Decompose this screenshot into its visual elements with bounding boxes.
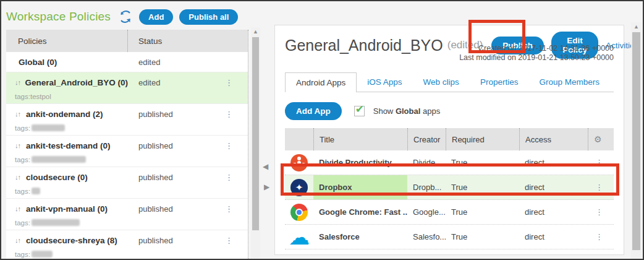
- sort-arrows-icon: ↓↑: [15, 205, 26, 212]
- creator-column-header[interactable]: Creator: [407, 128, 446, 150]
- scrollbar-thumb[interactable]: [632, 32, 640, 250]
- policy-status: edited: [138, 58, 160, 67]
- policy-tags: tags:: [6, 186, 248, 196]
- row-menu-icon[interactable]: ⋮: [588, 175, 614, 199]
- workspace-policies-panel: Workspace Policies Add Publish all Polic…: [6, 6, 248, 260]
- app-required: True: [446, 200, 519, 224]
- dropbox-app-icon: ✦: [290, 179, 308, 196]
- divide-app-icon: [290, 154, 308, 171]
- tab-group-members[interactable]: Group Members: [528, 73, 610, 92]
- tab-properties[interactable]: Properties: [470, 73, 529, 92]
- redacted-tag: [32, 219, 80, 226]
- row-menu-icon[interactable]: ⋮: [225, 79, 233, 87]
- scrollbar-thumb[interactable]: [252, 37, 259, 230]
- checkmark-icon: ✔: [355, 103, 364, 116]
- row-menu-icon[interactable]: ⋮: [225, 173, 233, 181]
- policy-tags: tags:testpol: [6, 92, 248, 101]
- left-panel-scrollbar[interactable]: ▲: [251, 27, 260, 260]
- row-menu-icon[interactable]: ⋮: [588, 150, 614, 175]
- tab-android-apps[interactable]: Android Apps: [285, 72, 357, 92]
- policy-row-ankit-test-demand[interactable]: ↓↑ankit-test-demand (0) published⋮ tags:: [6, 136, 248, 167]
- row-menu-icon[interactable]: ⋮: [225, 110, 233, 118]
- policy-detail-card: General_Android_BYO (edited) Publish Edi…: [274, 25, 624, 255]
- policy-name: cloudsecure-shreya (8): [26, 236, 117, 245]
- status-column-header[interactable]: Status: [128, 37, 248, 46]
- app-access: direct: [519, 150, 588, 175]
- app-required: True: [446, 150, 519, 175]
- app-required: True: [446, 225, 519, 249]
- policy-detail-title: General_Android_BYO: [285, 37, 443, 54]
- row-menu-icon[interactable]: ⋮: [225, 205, 233, 213]
- policy-tags: tags:: [6, 249, 248, 259]
- policy-row-cloudsecure[interactable]: ↓↑cloudsecure (0) published⋮ tags:: [6, 167, 248, 199]
- sort-arrows-icon: ↓↑: [15, 110, 26, 118]
- app-required: True: [446, 175, 519, 199]
- detail-tabs: Android Apps iOS Apps Web clips Properti…: [285, 72, 614, 92]
- left-panel-header: Workspace Policies Add Publish all: [6, 6, 248, 27]
- policy-name: cloudsecure (0): [26, 173, 88, 182]
- policy-name: ankit-ondemand (2): [26, 110, 103, 119]
- chrome-app-icon: [290, 204, 308, 221]
- app-access: direct: [519, 225, 588, 249]
- apps-toolbar: Add App ✔ Show Global apps: [285, 102, 614, 120]
- policies-column-header[interactable]: Policies: [6, 30, 128, 52]
- sort-arrows-icon: ↓↑: [15, 236, 26, 244]
- app-title: Divide Productivity: [313, 150, 407, 175]
- show-global-apps-label: Show Global apps: [373, 106, 440, 116]
- app-creator: Dropb...: [407, 175, 446, 199]
- right-panel-scrollbar[interactable]: ▲: [631, 22, 642, 260]
- row-menu-icon[interactable]: ⋮: [225, 142, 233, 150]
- policy-row-ankit-vpn-manual[interactable]: ↓↑ankit-vpn-manual (0) published⋮ tags:: [6, 199, 248, 230]
- title-column-header[interactable]: Title: [313, 128, 407, 150]
- created-timestamp: Created on 2017-11-02 14:31:36 +0000: [459, 44, 614, 53]
- app-row-divide-productivity[interactable]: Divide Productivity Divide True direct ⋮: [285, 150, 614, 175]
- app-row-google-chrome[interactable]: Google Chrome: Fast ... Google... True d…: [285, 200, 614, 225]
- add-button[interactable]: Add: [139, 9, 173, 25]
- policy-name: General_Android_BYO (0): [25, 78, 128, 87]
- redacted-tag: [32, 251, 53, 258]
- required-column-header[interactable]: Required: [446, 128, 519, 150]
- refresh-icon[interactable]: [118, 9, 133, 24]
- policy-meta: Created on 2017-11-02 14:31:36 +0000 Las…: [459, 44, 614, 63]
- apps-table-header: Title Creator Required Access ⚙: [285, 128, 614, 150]
- row-menu-icon[interactable]: ⋮: [588, 225, 614, 249]
- policy-status: published: [138, 110, 173, 119]
- policy-status: edited: [138, 78, 160, 87]
- apps-table: Title Creator Required Access ⚙ Divide P…: [285, 128, 614, 249]
- policy-row-global[interactable]: Global (0) edited: [6, 52, 248, 72]
- policy-name: ankit-vpn-manual (0): [26, 204, 108, 214]
- app-access: direct: [519, 200, 588, 224]
- sort-arrows-icon: ↓↑: [15, 79, 25, 86]
- collapse-right-icon[interactable]: ▶: [264, 183, 269, 191]
- scroll-up-icon[interactable]: ▲: [251, 27, 260, 36]
- row-menu-icon[interactable]: ⋮: [588, 200, 614, 224]
- policy-row-general-android-byo[interactable]: ↓↑General_Android_BYO (0) edited⋮ tags:t…: [6, 72, 248, 104]
- policy-status: published: [138, 141, 173, 150]
- app-access: direct: [519, 175, 588, 199]
- policy-row-cloudsecure-shreya[interactable]: ↓↑cloudsecure-shreya (8) published⋮ tags…: [6, 230, 248, 260]
- policy-row-ankit-ondemand[interactable]: ↓↑ankit-ondemand (2) published⋮ tags:: [6, 104, 248, 136]
- row-menu-icon[interactable]: ⋮: [225, 236, 233, 245]
- app-title: Google Chrome: Fast ...: [313, 200, 407, 224]
- app-row-salesforce[interactable]: ☁ Salesforce Salesfo... True direct ⋮: [285, 225, 614, 249]
- policies-table: Policies Status Global (0) edited ↓↑Gene…: [6, 30, 248, 260]
- policy-tags: tags:: [6, 123, 248, 132]
- redacted-tag: [32, 156, 86, 163]
- add-app-button[interactable]: Add App: [285, 102, 342, 120]
- access-column-header[interactable]: Access: [519, 128, 588, 150]
- app-row-dropbox[interactable]: ✦ Dropbox Dropb... True direct ⋮: [285, 175, 614, 200]
- collapse-left-icon[interactable]: ◀: [263, 162, 268, 171]
- show-global-apps-checkbox[interactable]: ✔: [354, 106, 365, 116]
- policy-status: published: [138, 173, 173, 182]
- policy-tags: tags:: [6, 155, 248, 164]
- page-title: Workspace Policies: [6, 10, 111, 24]
- scroll-up-icon[interactable]: ▲: [631, 22, 642, 31]
- salesforce-app-icon: ☁: [290, 228, 308, 246]
- publish-all-button[interactable]: Publish all: [179, 9, 238, 25]
- tab-web-clips[interactable]: Web clips: [413, 73, 470, 92]
- policy-name: Global (0): [19, 58, 57, 67]
- tab-ios-apps[interactable]: iOS Apps: [357, 73, 412, 92]
- policy-name: ankit-test-demand (0): [26, 141, 111, 150]
- app-creator: Google...: [407, 200, 446, 224]
- column-settings-button[interactable]: ⚙: [588, 128, 614, 150]
